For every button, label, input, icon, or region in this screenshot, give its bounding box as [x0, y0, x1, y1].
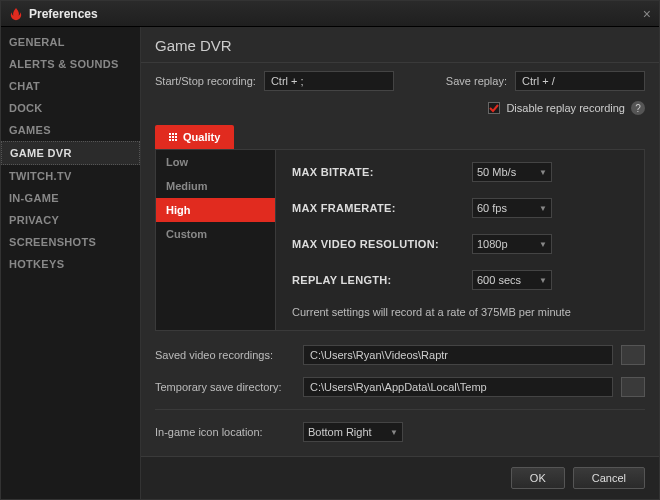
tab-bar: Quality	[141, 121, 659, 149]
tab-label: Quality	[183, 131, 220, 143]
chevron-down-icon: ▼	[539, 168, 547, 177]
temp-path-browse-button[interactable]	[621, 377, 645, 397]
window-body: GENERAL ALERTS & SOUNDS CHAT DOCK GAMES …	[1, 27, 659, 499]
sidebar-item-general[interactable]: GENERAL	[1, 31, 140, 53]
sidebar-item-privacy[interactable]: PRIVACY	[1, 209, 140, 231]
sidebar-item-game-dvr[interactable]: GAME DVR	[1, 141, 140, 165]
resolution-label: MAX VIDEO RESOLUTION:	[292, 238, 472, 250]
saved-path-browse-button[interactable]	[621, 345, 645, 365]
chevron-down-icon: ▼	[539, 204, 547, 213]
sidebar-item-hotkeys[interactable]: HOTKEYS	[1, 253, 140, 275]
temp-path-label: Temporary save directory:	[155, 381, 295, 393]
temp-path-input[interactable]	[303, 377, 613, 397]
quality-low[interactable]: Low	[156, 150, 275, 174]
footer: OK Cancel	[141, 456, 659, 499]
saved-path-label: Saved video recordings:	[155, 349, 295, 361]
preferences-window: Preferences × GENERAL ALERTS & SOUNDS CH…	[0, 0, 660, 500]
main-panel: Game DVR Start/Stop recording: Save repl…	[141, 27, 659, 499]
sidebar-item-alerts[interactable]: ALERTS & SOUNDS	[1, 53, 140, 75]
framerate-label: MAX FRAMERATE:	[292, 202, 472, 214]
page-header: Game DVR	[141, 27, 659, 63]
quality-panel: Low Medium High Custom MAX BITRATE: 50 M…	[155, 149, 645, 331]
sidebar-item-screenshots[interactable]: SCREENSHOTS	[1, 231, 140, 253]
disable-replay-row: Disable replay recording ?	[141, 99, 659, 121]
titlebar: Preferences ×	[1, 1, 659, 27]
start-stop-label: Start/Stop recording:	[155, 75, 256, 87]
quality-grid-icon	[169, 133, 177, 141]
start-stop-input[interactable]	[264, 71, 394, 91]
rate-note: Current settings will record at a rate o…	[292, 306, 628, 318]
sidebar: GENERAL ALERTS & SOUNDS CHAT DOCK GAMES …	[1, 27, 141, 499]
help-icon[interactable]: ?	[631, 101, 645, 115]
quality-settings: MAX BITRATE: 50 Mb/s▼ MAX FRAMERATE: 60 …	[276, 150, 644, 330]
save-replay-input[interactable]	[515, 71, 645, 91]
cancel-button[interactable]: Cancel	[573, 467, 645, 489]
sidebar-item-games[interactable]: GAMES	[1, 119, 140, 141]
icon-location-label: In-game icon location:	[155, 426, 295, 438]
replay-length-label: REPLAY LENGTH:	[292, 274, 472, 286]
ok-button[interactable]: OK	[511, 467, 565, 489]
disable-replay-label: Disable replay recording	[506, 102, 625, 114]
chevron-down-icon: ▼	[539, 240, 547, 249]
close-icon[interactable]: ×	[643, 6, 651, 22]
icon-location-select[interactable]: Bottom Right▼	[303, 422, 403, 442]
bitrate-label: MAX BITRATE:	[292, 166, 472, 178]
window-title: Preferences	[29, 7, 98, 21]
framerate-select[interactable]: 60 fps▼	[472, 198, 552, 218]
quality-high[interactable]: High	[156, 198, 275, 222]
disable-replay-checkbox[interactable]	[488, 102, 500, 114]
chevron-down-icon: ▼	[539, 276, 547, 285]
save-replay-label: Save replay:	[446, 75, 507, 87]
icon-location-row: In-game icon location: Bottom Right▼	[141, 416, 659, 448]
tab-quality[interactable]: Quality	[155, 125, 234, 149]
saved-path-input[interactable]	[303, 345, 613, 365]
sidebar-item-dock[interactable]: DOCK	[1, 97, 140, 119]
quality-custom[interactable]: Custom	[156, 222, 275, 246]
replay-length-select[interactable]: 600 secs▼	[472, 270, 552, 290]
hotkey-row: Start/Stop recording: Save replay:	[141, 63, 659, 99]
quality-medium[interactable]: Medium	[156, 174, 275, 198]
chevron-down-icon: ▼	[390, 428, 398, 437]
page-title: Game DVR	[155, 37, 645, 54]
sidebar-item-in-game[interactable]: IN-GAME	[1, 187, 140, 209]
app-flame-icon	[9, 7, 23, 21]
bitrate-select[interactable]: 50 Mb/s▼	[472, 162, 552, 182]
divider	[155, 409, 645, 410]
temp-path-row: Temporary save directory:	[141, 371, 659, 403]
sidebar-item-chat[interactable]: CHAT	[1, 75, 140, 97]
resolution-select[interactable]: 1080p▼	[472, 234, 552, 254]
sidebar-item-twitch[interactable]: TWITCH.TV	[1, 165, 140, 187]
quality-list: Low Medium High Custom	[156, 150, 276, 330]
saved-path-row: Saved video recordings:	[141, 339, 659, 371]
